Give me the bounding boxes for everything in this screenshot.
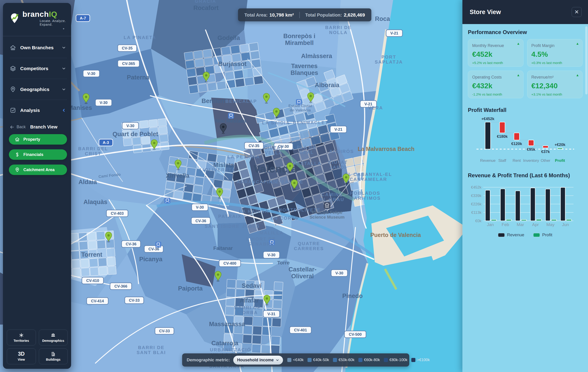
trend-revenue-bar [531,188,535,221]
demographic-metric-dropdown[interactable]: Household income [233,356,283,364]
dollar-icon [15,152,20,157]
dropdown-value: Household income [237,358,274,362]
panel-scrollbar[interactable] [585,26,588,94]
revenue-profit-trend-chart: €452k€339k€226k€113k€0kJanFebMarAprMayJu… [468,182,583,229]
close-button[interactable]: ✕ [572,7,582,17]
sidebar-divider [3,36,71,36]
svg-text:V-31: V-31 [268,312,275,316]
panel-title: Store View [470,9,501,16]
logo-pin-icon [9,11,20,25]
legend-label: <€40k [293,358,304,362]
trend-month-label: Feb [502,222,509,227]
svg-text:CV-35: CV-35 [249,144,259,148]
map-pin-icon [10,86,16,93]
building-icon [51,351,56,357]
brand-tagline: Locate. Analyze. Expand. [40,19,67,26]
performance-overview-heading: Performance Overview [468,29,583,35]
road-shield: CV-35 [244,142,263,149]
logo: branchIQ Locate. Analyze. Expand. ✦ [3,3,71,33]
tool-label: Territories [14,339,29,342]
sidebar-item-competitors[interactable]: Competitors [3,58,71,79]
legend-item: €40k-50k [307,358,329,362]
sidebar: branchIQ Locate. Analyze. Expand. ✦ Own … [3,3,71,369]
trend-legend-swatch [533,233,540,237]
waterfall-category-label: Other [541,158,551,163]
catchment-area-button[interactable]: Catchment Area [9,165,67,175]
trend-up-icon: ▲ [517,41,520,45]
road-shield: V-30 [83,70,99,77]
legend-swatch [411,358,415,362]
waterfall-bar [514,133,519,140]
nav-label: Analysis [20,108,62,113]
road-shield: V-21 [386,30,402,37]
legend-label: €50k-60k [339,358,355,362]
waterfall-value-label: €180k [497,134,508,139]
road-shield: CV-410 [82,277,104,284]
waterfall-bar [557,148,563,149]
road-shield: V-30 [331,270,347,277]
checkbox-icon [10,107,16,114]
buildings-button[interactable]: Buildings [39,348,68,364]
sidebar-item-analysis[interactable]: Analysis [3,100,71,121]
trend-ytick-label: €226k [471,202,482,206]
svg-text:V-30: V-30 [196,205,204,209]
road-shield: V-30 [263,251,280,258]
3d-view-button[interactable]: 3D View [7,348,36,364]
card-value: €12,340 [531,82,578,90]
svg-text:V-21: V-21 [365,102,372,106]
svg-text:V-21: V-21 [390,31,398,35]
map-stats-bar: Total Area: 10,798 km² Total Population:… [238,8,371,21]
nav-label: Own Branches [20,45,62,50]
chevron-down-icon [62,87,66,92]
legend-item: >€100k [411,358,430,362]
waterfall-bar [485,122,491,149]
sidebar-tools: Territories Demographics 3D View Buildin… [3,330,71,369]
svg-text:CV-414: CV-414 [91,299,104,303]
road-shield: V-31 [263,310,280,317]
map-pin-icon [15,167,20,172]
territories-button[interactable]: Territories [7,330,36,345]
svg-text:CV-365: CV-365 [122,62,135,66]
waterfall-category-label: Staff [498,158,506,163]
card-value: €452k [472,50,519,59]
road-shield: CV-366 [110,283,132,289]
sidebar-item-own-branches[interactable]: Own Branches [3,37,71,58]
road-shield: CV-33 [155,328,174,334]
demographics-button[interactable]: Demographics [39,330,68,345]
chevron-down-icon [62,45,66,50]
trend-profit-bar [566,219,572,221]
card-label: Revenue/m² [531,75,578,80]
svg-text:V-30: V-30 [336,271,343,275]
waterfall-category-label: Revenue [480,158,495,163]
trend-legend-item: Profit [533,232,552,238]
road-shield: V-30 [192,204,208,211]
trend-revenue-bar [515,191,520,221]
trend-up-icon: ▲ [576,41,579,45]
trend-heading: Revenue & Profit Trend (Last 6 Months) [468,172,583,179]
monthly-revenue-card: ▲ Monthly Revenue €452k +5.2% vs last mo… [468,39,524,67]
svg-text:V-30: V-30 [100,101,108,105]
sidebar-nav: Own Branches Competitors Geographics Ana… [3,37,71,121]
operating-costs-card: ▲ Operating Costs €432k -1.2% vs last mo… [468,71,524,98]
waterfall-value-label: +€452k [481,117,494,121]
arrow-left-icon[interactable] [10,125,14,129]
waterfall-bar [543,146,548,148]
card-value: 4.5% [531,50,578,59]
svg-text:CV-36: CV-36 [126,242,136,246]
financials-button[interactable]: Financials [9,149,67,160]
property-button[interactable]: Property [9,134,67,145]
total-population-label: Total Population: [305,12,342,18]
layers-icon [10,65,16,72]
waterfall-category-label: Profit [555,158,565,163]
back-button[interactable]: Back [17,124,26,129]
transit-poi-icon [155,242,161,248]
sidebar-item-geographics[interactable]: Geographics [3,79,71,100]
legend-swatch [384,358,388,362]
road-shield: V-21 [360,101,377,107]
svg-text:A-7: A-7 [80,16,86,21]
trend-legend-label: Profit [542,232,552,238]
branch-view-header: Back Branch View [3,121,71,131]
brand-name: branchIQ [22,10,57,18]
legend-label: >€100k [417,358,430,362]
stats-divider [299,12,300,18]
